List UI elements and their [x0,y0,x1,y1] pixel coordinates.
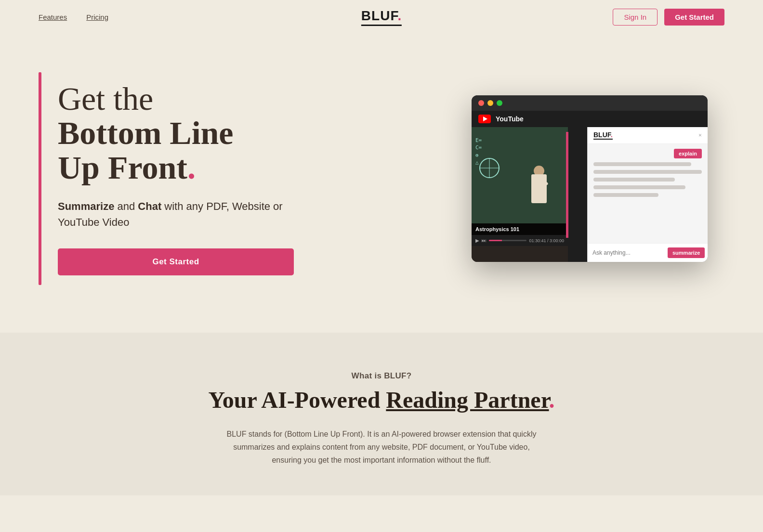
teacher-body [531,174,547,203]
hero-left: Get the Bottom Line Up Front. Summarize … [39,82,318,275]
nav-actions: Sign In Get Started [613,9,724,26]
youtube-icon [478,115,491,123]
what-description: BLUF stands for (Bottom Line Up Front). … [218,428,545,467]
video-panel: E=C=⊕△ [472,127,568,262]
hero-title-line3: Up Front. [58,151,318,185]
yt-play-triangle [483,117,487,121]
browser-window: YouTube E=C=⊕△ [472,95,708,262]
summary-line-5 [593,193,658,197]
what-section: What is BLUF? Your AI-Powered Reading Pa… [0,333,763,495]
hero-right: YouTube E=C=⊕△ [455,95,724,262]
browser-content: E=C=⊕△ [472,127,708,262]
video-title-bar: Astrophysics 101 [472,223,568,235]
browser-topbar [472,95,708,111]
time-display: 01:30:41 / 3:00:00 [529,238,564,243]
summarize-button[interactable]: summarize [668,247,705,258]
signin-button[interactable]: Sign In [613,9,658,26]
video-controls: ▶ ⏭ 01:30:41 / 3:00:00 [472,235,568,246]
what-title-dot: . [549,387,555,413]
bluf-ask-bar: summarize [588,243,708,262]
hero-title-line1: Get the [58,80,153,117]
bluf-panel-logo: BLUF. [593,131,613,140]
ask-input[interactable] [592,249,665,256]
traffic-dot-yellow [487,100,493,106]
summary-line-1 [593,162,691,166]
summary-lines [588,162,708,197]
get-started-nav-button[interactable]: Get Started [664,9,724,26]
summary-line-3 [593,178,675,182]
progress-fill [489,240,502,241]
hero-subtitle-chat: Chat [138,200,161,212]
bluf-panel-header: BLUF. × [588,127,708,144]
nav-links: Features Pricing [39,13,108,21]
hero-title-dot: . [187,149,196,186]
figure-teacher [525,166,553,223]
play-icon[interactable]: ▶ [475,238,479,243]
what-title: Your AI-Powered Reading Partner. [39,388,724,413]
circle-diagram [477,156,501,180]
bluf-panel: BLUF. × explain summarize [587,127,708,262]
youtube-label: YouTube [496,115,524,123]
video-thumbnail: E=C=⊕△ [472,127,568,223]
hero-subtitle: Summarize and Chat with any PDF, Website… [58,198,318,230]
explain-button[interactable]: explain [674,149,702,158]
accent-bar [39,72,41,285]
nav-link-features[interactable]: Features [39,13,67,21]
red-accent-line [566,132,568,238]
close-icon[interactable]: × [698,131,702,139]
traffic-dot-green [497,100,502,106]
what-subtitle: What is BLUF? [39,371,724,381]
hero-title-line2: Bottom Line [58,116,318,150]
summary-line-2 [593,170,702,174]
logo[interactable]: BLUF. [361,8,402,26]
nav-link-pricing[interactable]: Pricing [86,13,108,21]
navbar: Features Pricing BLUF. Sign In Get Start… [0,0,763,34]
bluf-logo-dot: . [611,131,613,139]
logo-text: BLUF [361,8,398,23]
get-started-hero-button[interactable]: Get Started [58,248,294,275]
hero-section: Get the Bottom Line Up Front. Summarize … [0,34,763,333]
logo-dot: . [397,8,402,23]
what-title-part1: Your AI-Powered [208,387,386,413]
traffic-dot-red [478,100,484,106]
hero-subtitle-and: and [114,200,138,212]
youtube-bar: YouTube [472,111,708,127]
progress-bar[interactable] [489,240,526,241]
hero-title: Get the Bottom Line Up Front. [58,82,318,185]
summary-line-4 [593,185,685,189]
what-title-underlined: Reading Partner [386,387,549,413]
teacher-arm [535,182,548,191]
hero-subtitle-summarize: Summarize [58,200,114,212]
skip-icon[interactable]: ⏭ [482,238,487,243]
